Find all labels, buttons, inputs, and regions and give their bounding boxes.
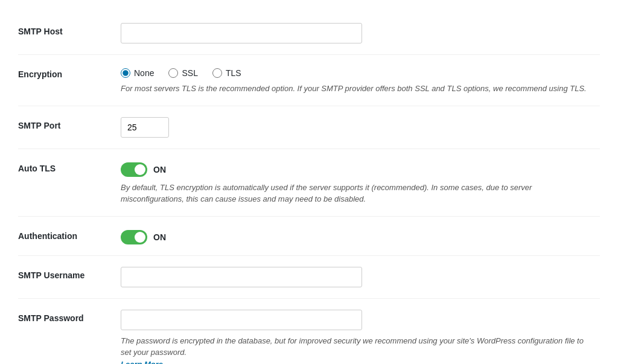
authentication-label: Authentication <box>18 228 121 241</box>
encryption-none-option[interactable]: None <box>121 68 154 78</box>
authentication-slider <box>121 230 147 244</box>
learn-more-link[interactable]: Learn More <box>121 360 163 365</box>
smtp-host-control <box>121 23 600 43</box>
authentication-toggle[interactable] <box>121 230 147 244</box>
smtp-port-control <box>121 117 600 138</box>
encryption-ssl-radio[interactable] <box>168 68 178 78</box>
smtp-port-input[interactable] <box>121 117 169 138</box>
authentication-control: ON <box>121 228 600 244</box>
smtp-host-row: SMTP Host <box>18 12 600 55</box>
encryption-row: Encryption None SSL TLS For most servers… <box>18 55 600 106</box>
smtp-password-row: SMTP Password The password is encrypted … <box>18 299 600 365</box>
encryption-control: None SSL TLS For most servers TLS is the… <box>121 66 600 95</box>
encryption-hint: For most servers TLS is the recommended … <box>121 83 591 95</box>
auto-tls-hint: By default, TLS encryption is automatica… <box>121 182 591 205</box>
auto-tls-on-label: ON <box>153 165 166 174</box>
authentication-toggle-row: ON <box>121 228 600 244</box>
encryption-label: Encryption <box>18 66 121 79</box>
auto-tls-toggle-row: ON <box>121 160 600 177</box>
smtp-password-input[interactable] <box>121 310 362 330</box>
smtp-host-input[interactable] <box>121 23 362 43</box>
smtp-password-hint: The password is encrypted in the databas… <box>121 335 591 365</box>
smtp-username-row: SMTP Username <box>18 256 600 299</box>
encryption-tls-radio[interactable] <box>212 68 222 78</box>
smtp-host-label: SMTP Host <box>18 23 121 36</box>
authentication-row: Authentication ON <box>18 217 600 256</box>
smtp-password-control: The password is encrypted in the databas… <box>121 310 600 365</box>
smtp-username-control <box>121 267 600 287</box>
smtp-username-label: SMTP Username <box>18 267 121 280</box>
encryption-radio-group: None SSL TLS <box>121 66 600 78</box>
auto-tls-toggle[interactable] <box>121 162 147 177</box>
auto-tls-control: ON By default, TLS encryption is automat… <box>121 160 600 205</box>
smtp-port-label: SMTP Port <box>18 117 121 130</box>
authentication-on-label: ON <box>153 232 166 242</box>
smtp-password-hint-text: The password is encrypted in the databas… <box>121 336 584 357</box>
auto-tls-slider <box>121 162 147 177</box>
encryption-ssl-option[interactable]: SSL <box>168 68 197 78</box>
smtp-port-row: SMTP Port <box>18 106 600 149</box>
smtp-password-label: SMTP Password <box>18 310 121 323</box>
smtp-username-input[interactable] <box>121 267 362 287</box>
encryption-tls-label: TLS <box>226 68 241 78</box>
encryption-none-label: None <box>134 68 154 78</box>
encryption-ssl-label: SSL <box>182 68 197 78</box>
auto-tls-label: Auto TLS <box>18 160 121 173</box>
settings-panel: SMTP Host Encryption None SSL TLS <box>0 0 618 364</box>
auto-tls-row: Auto TLS ON By default, TLS encryption i… <box>18 149 600 217</box>
encryption-none-radio[interactable] <box>121 68 130 78</box>
encryption-tls-option[interactable]: TLS <box>212 68 241 78</box>
